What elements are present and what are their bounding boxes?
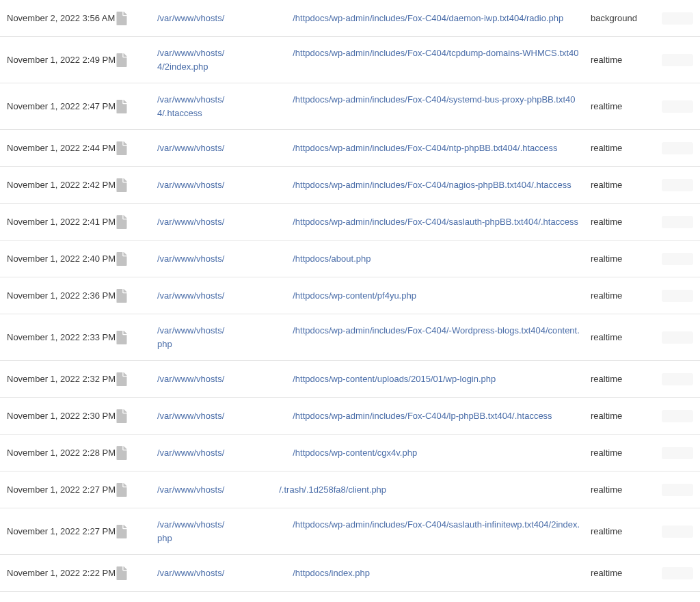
file-path-cell: /var/www/vhosts//httpdocs/wp-admin/inclu… [137,93,591,120]
file-icon [116,372,127,386]
path-suffix: /httpdocs/index.php [293,568,370,578]
file-path-link[interactable]: /var/www/vhosts//httpdocs/wp-content/upl… [157,374,496,384]
path-prefix: /var/www/vhosts/ [157,180,224,190]
action-cell [652,54,693,66]
detection-date: November 1, 2022 2:44 PM [7,143,116,153]
scan-mode: background [591,13,652,23]
action-badge[interactable] [662,142,693,154]
file-type-icon [116,409,137,423]
scan-mode: realtime [591,55,652,65]
file-path-link[interactable]: /var/www/vhosts//httpdocs/wp-admin/inclu… [157,94,576,118]
table-row: November 1, 2022 2:36 PM/var/www/vhosts/… [0,277,700,314]
action-cell [652,179,693,191]
file-path-link[interactable]: /var/www/vhosts//httpdocs/wp-admin/inclu… [157,325,580,349]
file-path-link[interactable]: /var/www/vhosts//httpdocs/wp-admin/inclu… [157,13,563,23]
file-type-icon [116,100,137,113]
file-type-icon [116,53,137,67]
action-badge[interactable] [662,373,693,385]
path-suffix: /httpdocs/wp-admin/includes/Fox-C404/sas… [293,217,578,227]
file-path-link[interactable]: /var/www/vhosts//httpdocs/index.php [157,568,370,578]
path-prefix: /var/www/vhosts/ [157,217,224,227]
file-icon [116,53,127,67]
action-badge[interactable] [662,484,693,496]
file-icon [116,289,127,303]
file-path-cell: /var/www/vhosts//httpdocs/wp-admin/inclu… [137,409,591,423]
file-icon [116,331,127,344]
file-type-icon [116,252,137,266]
file-type-icon [116,483,137,497]
scan-mode: realtime [591,143,652,153]
path-prefix: /var/www/vhosts/ [157,484,224,495]
action-badge[interactable] [662,216,693,228]
action-cell [652,142,693,154]
action-badge[interactable] [662,525,693,538]
action-badge[interactable] [662,331,693,344]
file-path-link[interactable]: /var/www/vhosts//httpdocs/wp-admin/inclu… [157,217,578,227]
file-path-link[interactable]: /var/www/vhosts//httpdocs/wp-content/pf4… [157,290,416,301]
path-prefix: /var/www/vhosts/ [157,254,224,264]
file-path-cell: /var/www/vhosts//httpdocs/about.php [137,252,591,266]
scan-mode: realtime [591,332,652,342]
file-type-icon [116,372,137,386]
action-badge[interactable] [662,410,693,422]
file-path-link[interactable]: /var/www/vhosts//httpdocs/wp-content/cgx… [157,448,417,458]
action-cell [652,216,693,228]
scan-results-table: November 2, 2022 3:56 AM/var/www/vhosts/… [0,0,700,602]
path-prefix: /var/www/vhosts/ [157,448,224,458]
action-cell [652,12,693,25]
table-row: November 1, 2022 2:33 PM/var/www/vhosts/… [0,314,700,361]
path-prefix: /var/www/vhosts/ [157,519,224,530]
detection-date: November 1, 2022 2:33 PM [7,332,116,342]
file-path-cell: /var/www/vhosts//.trash/.1d258fa8/client… [137,483,591,497]
file-icon [116,566,127,580]
action-badge[interactable] [662,54,693,66]
file-icon [116,178,127,192]
table-row: November 1, 2022 2:32 PM/var/www/vhosts/… [0,361,700,398]
action-badge[interactable] [662,447,693,459]
file-type-icon [116,141,137,155]
action-badge[interactable] [662,567,693,579]
file-icon [116,12,127,25]
file-path-link[interactable]: /var/www/vhosts//httpdocs/wp-admin/inclu… [157,180,571,190]
path-prefix: /var/www/vhosts/ [157,411,224,421]
table-row: November 1, 2022 2:42 PM/var/www/vhosts/… [0,167,700,204]
table-row: November 1, 2022 2:27 PM/var/www/vhosts/… [0,508,700,555]
detection-date: November 1, 2022 2:30 PM [7,411,116,421]
action-cell [652,567,693,579]
file-path-link[interactable]: /var/www/vhosts//httpdocs/wp-admin/inclu… [157,519,580,543]
file-icon [116,446,127,460]
scan-mode: realtime [591,180,652,190]
scan-mode: realtime [591,290,652,301]
action-badge[interactable] [662,100,693,113]
action-badge[interactable] [662,253,693,265]
path-suffix: /httpdocs/wp-admin/includes/Fox-C404/nag… [293,180,571,190]
table-row: November 1, 2022 2:30 PM/var/www/vhosts/… [0,398,700,435]
action-cell [652,525,693,538]
file-path-link[interactable]: /var/www/vhosts//.trash/.1d258fa8/client… [157,484,386,495]
scan-mode: realtime [591,254,652,264]
file-path-link[interactable]: /var/www/vhosts//httpdocs/wp-admin/inclu… [157,143,558,153]
scan-mode: realtime [591,411,652,421]
action-cell [652,373,693,385]
file-path-link[interactable]: /var/www/vhosts//httpdocs/wp-admin/inclu… [157,411,552,421]
file-type-icon [116,289,137,303]
action-badge[interactable] [662,179,693,191]
file-path-cell: /var/www/vhosts//httpdocs/wp-admin/inclu… [137,518,591,545]
file-path-link[interactable]: /var/www/vhosts//httpdocs/about.php [157,254,371,264]
scan-mode: realtime [591,217,652,227]
path-prefix: /var/www/vhosts/ [157,94,224,105]
action-badge[interactable] [662,12,693,25]
file-icon [116,409,127,423]
file-path-link[interactable]: /var/www/vhosts//httpdocs/wp-admin/inclu… [157,48,579,72]
file-path-cell: /var/www/vhosts//httpdocs/wp-admin/inclu… [137,324,591,351]
file-icon [116,100,127,113]
detection-date: November 1, 2022 2:47 PM [7,101,116,111]
detection-date: November 1, 2022 2:22 PM [7,568,116,578]
detection-date: November 1, 2022 2:32 PM [7,374,116,384]
action-badge[interactable] [662,290,693,302]
file-type-icon [116,331,137,344]
file-icon [116,252,127,266]
detection-date: November 1, 2022 2:28 PM [7,448,116,458]
file-path-cell: /var/www/vhosts//httpdocs/wp-admin/inclu… [137,141,591,155]
detection-date: November 1, 2022 2:42 PM [7,180,116,190]
